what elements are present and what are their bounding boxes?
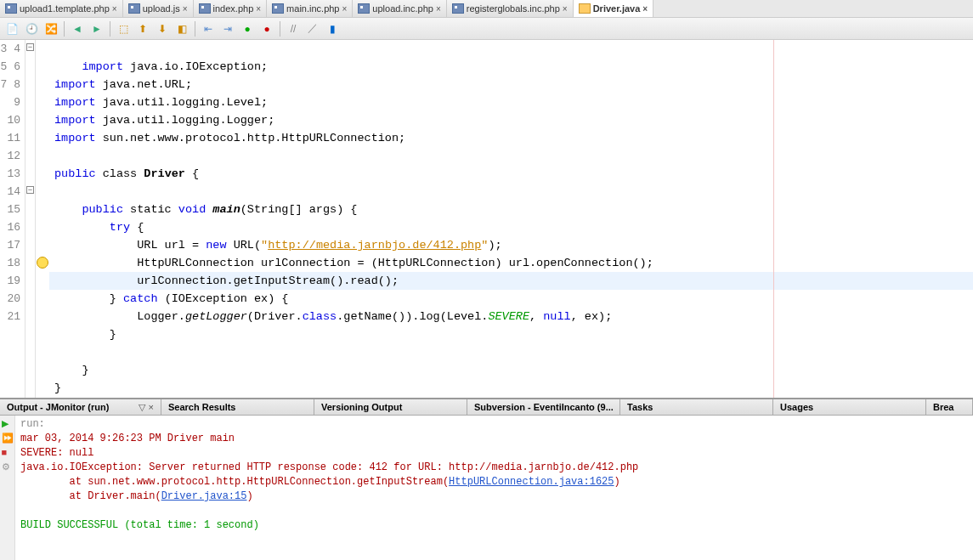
php-icon: [199, 3, 211, 14]
editor-toolbar: 📄 🕘 🔀 ◄ ► ⬚ ⬆ ⬇ ◧ ⇤ ⇥ ● ● // ／ ▮: [0, 18, 973, 40]
tab-index[interactable]: index.php×: [194, 0, 268, 17]
php-icon: [128, 3, 140, 14]
code-editor[interactable]: 3 4 5 6 7 8 9 10 11 12 13 14 15 16 17 18…: [0, 40, 973, 399]
bottom-panel-tabs: Output - JMonitor (run) ▽ × Search Resul…: [0, 399, 973, 416]
shift-right-button[interactable]: ⇥: [219, 20, 236, 37]
shift-left-button[interactable]: ⇤: [200, 20, 217, 37]
panel-subversion[interactable]: Subversion - EventiIncanto (9...: [467, 399, 620, 415]
close-icon[interactable]: ×: [112, 4, 117, 14]
panel-breakpoints[interactable]: Brea: [926, 399, 973, 415]
right-margin-line: [773, 40, 774, 398]
start-macro-button[interactable]: ●: [239, 20, 256, 37]
fold-toggle-icon[interactable]: −: [26, 43, 34, 51]
settings-icon[interactable]: ⚙: [2, 461, 14, 473]
find-selection-button[interactable]: ⬚: [115, 20, 132, 37]
nav-back-button[interactable]: ◄: [69, 20, 86, 37]
close-icon[interactable]: ×: [642, 4, 648, 14]
java-icon: [579, 3, 591, 14]
close-icon[interactable]: ×: [149, 402, 154, 412]
php-icon: [5, 3, 17, 14]
output-toolbar: ▶ ⏩ ■ ⚙: [0, 416, 15, 560]
panel-search-results[interactable]: Search Results: [161, 399, 314, 415]
close-icon[interactable]: ×: [183, 4, 188, 14]
source-button[interactable]: 📄: [3, 20, 20, 37]
uncomment-button[interactable]: ／: [304, 20, 321, 37]
filter-icon[interactable]: ▽: [139, 402, 145, 413]
stacktrace-link[interactable]: Driver.java:15: [161, 490, 247, 502]
rerun-all-icon[interactable]: ⏩: [2, 433, 14, 444]
tab-upload-inc[interactable]: upload.inc.php×: [353, 0, 446, 17]
close-icon[interactable]: ×: [563, 4, 568, 14]
php-icon: [452, 3, 464, 14]
lightbulb-icon[interactable]: [37, 257, 48, 269]
toggle-highlight-button[interactable]: ◧: [173, 20, 190, 37]
comment-button[interactable]: //: [285, 20, 302, 37]
diff-button[interactable]: 🔀: [42, 20, 59, 37]
glyph-gutter: [36, 40, 49, 398]
php-icon: [272, 3, 284, 14]
find-prev-button[interactable]: ⬆: [134, 20, 151, 37]
stacktrace-link[interactable]: HttpURLConnection.java:1625: [449, 476, 614, 488]
nav-forward-button[interactable]: ►: [88, 20, 105, 37]
tab-main-inc[interactable]: main.inc.php×: [267, 0, 353, 17]
stop-icon[interactable]: ■: [2, 447, 14, 459]
line-number-gutter: 3 4 5 6 7 8 9 10 11 12 13 14 15 16 17 18…: [0, 40, 25, 398]
history-button[interactable]: 🕘: [23, 20, 40, 37]
tab-upload1-template[interactable]: upload1.template.php×: [0, 0, 123, 17]
file-tabs: upload1.template.php× upload.js× index.p…: [0, 0, 973, 18]
output-panel: ▶ ⏩ ■ ⚙ run: mar 03, 2014 9:26:23 PM Dri…: [0, 416, 973, 560]
panel-output[interactable]: Output - JMonitor (run) ▽ ×: [0, 399, 161, 415]
tab-registerglobals[interactable]: registerglobals.inc.php×: [447, 0, 574, 17]
close-icon[interactable]: ×: [256, 4, 261, 14]
code-content[interactable]: import java.io.IOException; import java.…: [49, 40, 973, 398]
fold-toggle-icon[interactable]: −: [26, 186, 34, 194]
panel-tasks[interactable]: Tasks: [620, 399, 773, 415]
output-text[interactable]: run: mar 03, 2014 9:26:23 PM Driver main…: [15, 416, 643, 560]
rerun-icon[interactable]: ▶: [2, 418, 14, 430]
php-icon: [358, 3, 370, 14]
panel-versioning[interactable]: Versioning Output: [314, 399, 467, 415]
find-next-button[interactable]: ⬇: [154, 20, 171, 37]
stop-macro-button[interactable]: ●: [258, 20, 275, 37]
close-icon[interactable]: ×: [342, 4, 347, 14]
panel-usages[interactable]: Usages: [773, 399, 926, 415]
bookmark-button[interactable]: ▮: [324, 20, 341, 37]
fold-gutter: − −: [25, 40, 36, 398]
tab-driver-java[interactable]: Driver.java×: [574, 0, 654, 17]
close-icon[interactable]: ×: [436, 4, 441, 14]
tab-upload-js[interactable]: upload.js×: [123, 0, 194, 17]
